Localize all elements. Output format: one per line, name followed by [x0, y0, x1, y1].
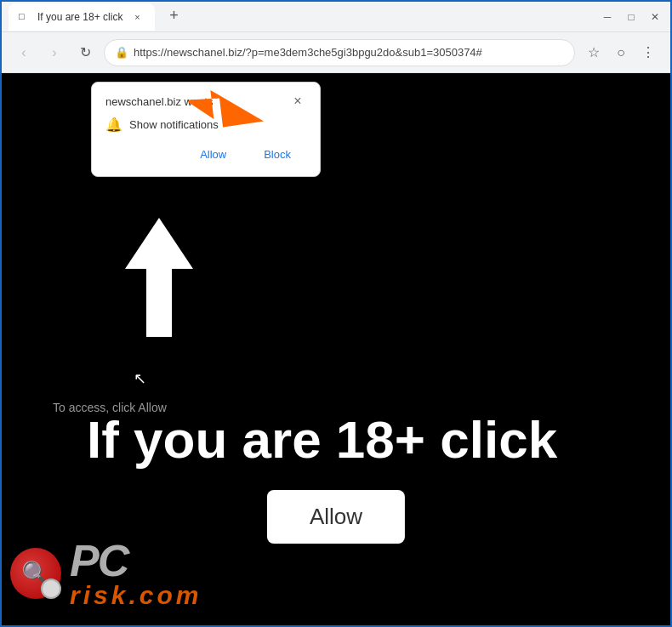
lock-icon: 🔒 — [115, 46, 128, 59]
account-button[interactable]: ○ — [609, 41, 633, 65]
maximize-button[interactable]: □ — [623, 9, 640, 26]
watermark-text: PC risk.com — [70, 539, 202, 608]
title-bar: □ If you are 18+ click × + ─ □ ✕ — [2, 2, 670, 32]
svg-marker-1 — [189, 73, 264, 150]
page-big-text: If you are 18+ click — [87, 409, 557, 470]
tab-bar: □ If you are 18+ click × + — [9, 3, 599, 31]
watermark-risk: risk.com — [70, 583, 202, 608]
url-text: https://newschanel.biz/?p=me3dem3che5gi3… — [134, 46, 564, 59]
active-tab[interactable]: □ If you are 18+ click × — [9, 3, 155, 31]
menu-button[interactable]: ⋮ — [636, 41, 660, 65]
orange-arrow — [189, 73, 265, 153]
bookmark-button[interactable]: ☆ — [582, 41, 606, 65]
browser-window: □ If you are 18+ click × + ─ □ ✕ ‹ › ↻ 🔒… — [0, 0, 672, 627]
tab-close-button[interactable]: × — [129, 9, 145, 25]
svg-marker-2 — [125, 218, 193, 337]
new-tab-button[interactable]: + — [162, 4, 185, 28]
watermark: 🔍 PC risk.com — [10, 539, 202, 608]
mouse-cursor: ↖ — [134, 369, 146, 388]
popup-close-button[interactable]: × — [289, 93, 306, 110]
watermark-icon: 🔍 — [10, 548, 61, 599]
minimize-button[interactable]: ─ — [599, 9, 616, 26]
url-bar[interactable]: 🔒 https://newschanel.biz/?p=me3dem3che5g… — [104, 39, 575, 66]
close-button[interactable]: ✕ — [646, 9, 663, 26]
watermark-pc: PC — [70, 539, 202, 583]
window-controls: ─ □ ✕ — [599, 9, 663, 26]
forward-button[interactable]: › — [43, 41, 66, 65]
page-allow-button[interactable]: Allow — [267, 490, 405, 544]
address-bar: ‹ › ↻ 🔒 https://newschanel.biz/?p=me3dem… — [2, 32, 670, 73]
page-content: newschanel.biz wants × 🔔 Show notificati… — [2, 73, 670, 625]
tab-favicon-icon: □ — [19, 11, 31, 23]
page-up-arrow — [112, 209, 206, 349]
address-bar-actions: ☆ ○ ⋮ — [582, 41, 660, 65]
refresh-button[interactable]: ↻ — [73, 41, 97, 65]
back-button[interactable]: ‹ — [12, 41, 36, 65]
bell-icon: 🔔 — [105, 117, 122, 133]
tab-title: If you are 18+ click — [37, 11, 122, 23]
